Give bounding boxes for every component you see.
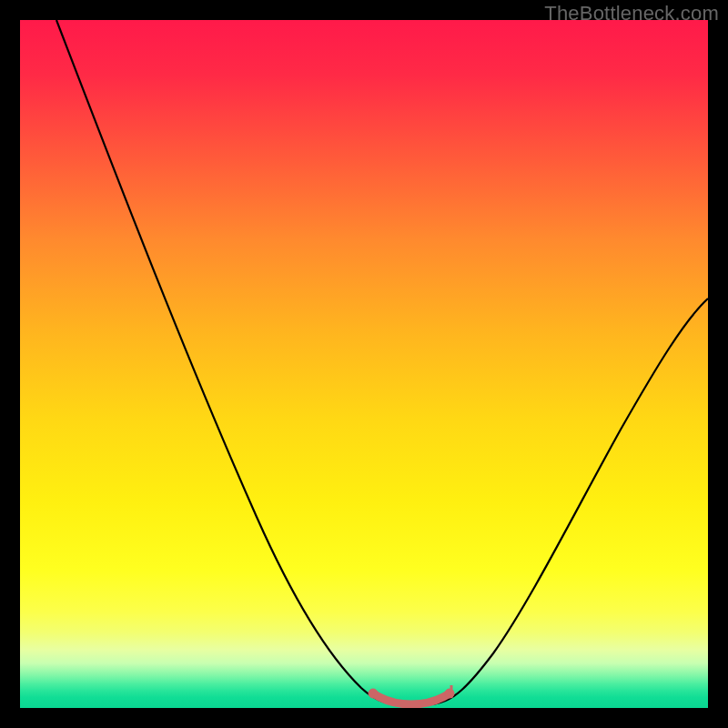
svg-point-0: [369, 689, 378, 698]
plot-area: [20, 20, 708, 708]
chart-svg: [20, 20, 708, 708]
main-curve: [56, 20, 708, 705]
bottom-marker-band: [369, 685, 454, 704]
watermark-text: TheBottleneck.com: [544, 2, 719, 25]
chart-frame: TheBottleneck.com: [0, 0, 728, 728]
